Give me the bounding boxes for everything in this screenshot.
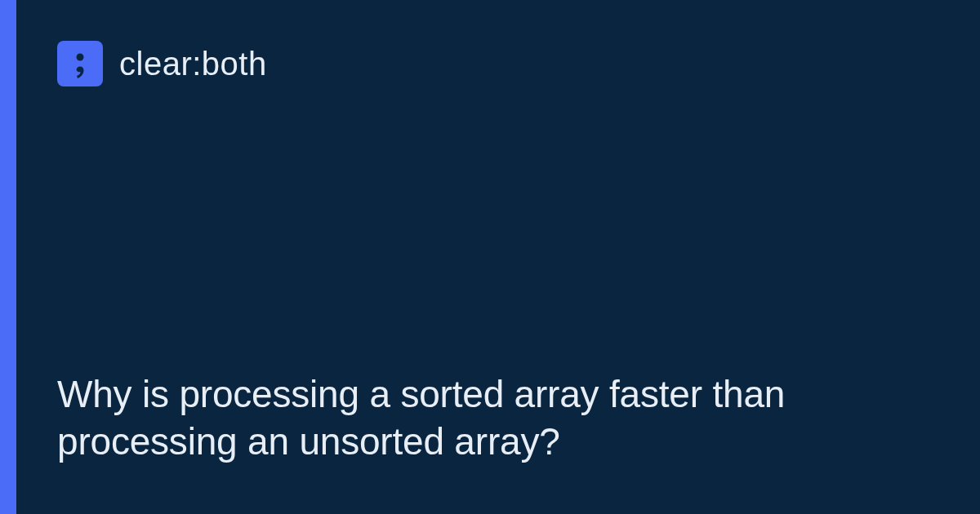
content-area: clear:both Why is processing a sorted ar… (16, 0, 980, 514)
logo-row: clear:both (57, 41, 931, 86)
semicolon-icon (57, 41, 103, 86)
brand-name: clear:both (119, 46, 267, 82)
svg-point-0 (77, 54, 84, 61)
page-title: Why is processing a sorted array faster … (57, 371, 931, 465)
accent-bar (0, 0, 16, 514)
